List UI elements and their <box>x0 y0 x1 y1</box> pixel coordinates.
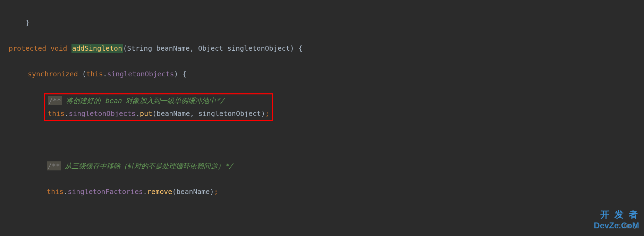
code-line: protected void addSingleton(String beanN… <box>9 42 644 55</box>
keyword-protected: protected <box>9 44 46 52</box>
blank-line <box>9 211 644 224</box>
code-line: synchronized (this.singletonObjects) { <box>9 68 644 81</box>
keyword-this: this <box>48 109 65 118</box>
comment: 将创建好的 bean 对象加入到一级单例缓冲池中*/ <box>62 96 224 105</box>
field-ref: singletonObjects <box>107 70 174 78</box>
param-type: Object <box>198 44 223 52</box>
keyword-void: void <box>50 44 67 52</box>
code-line: /** 从三级缓存中移除（针对的不是处理循环依赖问题）*/ <box>9 160 644 172</box>
javadoc-marker: /** <box>48 96 62 105</box>
comment: 从三级缓存中移除（针对的不是处理循环依赖问题）*/ <box>61 162 233 170</box>
method-call: remove <box>147 187 172 196</box>
code-line: /** 将创建好的 bean 对象加入到一级单例缓冲池中*/ this.sing… <box>9 93 644 121</box>
keyword-this: this <box>86 70 103 78</box>
param-name: beanName <box>156 44 189 52</box>
highlight-box: /** 将创建好的 bean 对象加入到一级单例缓冲池中*/ this.sing… <box>44 93 273 121</box>
keyword-this: this <box>47 187 63 196</box>
param-name: singletonObject <box>227 44 290 52</box>
method-name: addSingleton <box>71 44 123 53</box>
code-line: this.singletonFactories.remove(beanName)… <box>9 185 644 198</box>
param-type: String <box>127 44 152 52</box>
keyword-synchronized: synchronized <box>28 70 78 78</box>
javadoc-marker: /** <box>47 161 61 170</box>
blank-line <box>9 134 644 147</box>
brace-close: } <box>25 18 29 27</box>
watermark-brand: DevZe.CoM <box>594 218 639 233</box>
code-line: } <box>9 16 644 29</box>
field-ref: singletonFactories <box>68 187 143 196</box>
method-call: put <box>140 109 152 118</box>
field-ref: singletonObjects <box>69 109 136 118</box>
code-editor[interactable]: } protected void addSingleton(String bea… <box>0 0 644 236</box>
